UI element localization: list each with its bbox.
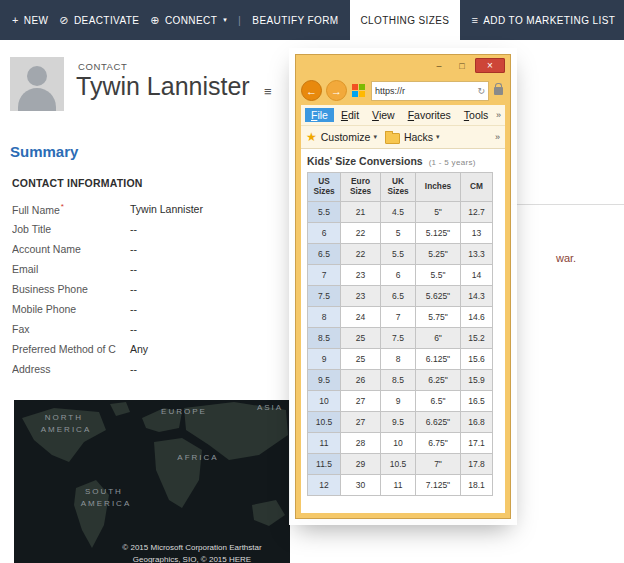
notes-text-fragment: war. [556,252,576,264]
menu-file[interactable]: File [305,108,334,122]
table-cell: 5.75" [416,307,461,328]
back-button[interactable]: ← [301,80,322,101]
field-row: Email-- [12,259,298,279]
field-label: Preferred Method of C [12,343,130,355]
page-title: Tywin Lannister [76,72,250,101]
command-beautify-form[interactable]: BEAUTIFY FORM [252,0,338,40]
table-cell: 27 [341,412,381,433]
table-cell: 12 [308,475,341,496]
address-bar[interactable]: https://r ↻ [371,81,489,101]
table-cell: 11 [308,433,341,454]
table-cell: 11 [381,475,416,496]
table-cell: 8 [381,349,416,370]
record-type-label: CONTACT [78,61,127,72]
field-label: Email [12,263,130,275]
table-cell: 8.5 [381,370,416,391]
list-icon: ≡ [471,14,478,26]
field-label: Mobile Phone [12,303,130,315]
field-value[interactable]: -- [130,283,137,295]
avatar-person-icon [27,66,47,86]
table-cell: 6.25" [416,370,461,391]
field-value[interactable]: -- [130,363,137,375]
favorite-customize[interactable]: Customize ▾ [321,131,377,143]
table-cell: 7 [381,307,416,328]
table-row: 82475.75"14.6 [308,307,493,328]
map-copyright: Geographics, SIO, © 2015 HERE [133,555,251,563]
table-row: 6.5225.55.25"13.3 [308,244,493,265]
field-value[interactable]: -- [130,243,137,255]
maximize-button[interactable]: □ [452,59,472,73]
table-cell: 9 [381,391,416,412]
command-clothing-sizes[interactable]: CLOTHING SIZES [350,0,461,40]
favorites-star-icon[interactable]: ★ [306,130,317,144]
command-connect[interactable]: ⊕CONNECT▾ [150,0,227,40]
table-cell: 7" [416,454,461,475]
close-button[interactable]: × [475,58,505,73]
table-row: 7.5236.55.625"14.3 [308,286,493,307]
table-row: 72365.5"14 [308,265,493,286]
command-new[interactable]: +NEW [12,0,48,40]
command-label: CONNECT [165,15,217,26]
refresh-icon[interactable]: ↻ [477,86,485,96]
table-title: Kids' Size Conversions (1 - 5 years) [307,155,501,167]
table-cell: 6 [308,223,341,244]
table-cell: 5.625" [416,286,461,307]
field-row: Mobile Phone-- [12,299,298,319]
table-cell: 5.5 [308,202,341,223]
connect-icon: ⊕ [150,14,160,27]
table-cell: 26 [341,370,381,391]
table-cell: 5.5 [381,244,416,265]
chevron-down-icon[interactable]: ▾ [223,16,227,24]
menu-view[interactable]: View [366,108,401,122]
table-cell: 5 [381,223,416,244]
command-add-to-marketing-list[interactable]: ≡ADD TO MARKETING LIST [471,0,615,40]
command-deactivate[interactable]: ⊘DEACTIVATE [59,0,139,40]
forward-button[interactable]: → [326,80,347,101]
menu-overflow-chevron-icon[interactable]: » [496,110,501,120]
menu-edit[interactable]: Edit [335,108,365,122]
avatar[interactable] [10,57,64,111]
favorite-hacks[interactable]: Hacks ▾ [404,131,440,143]
favorite-label: Customize [321,131,371,143]
table-cell: 6.75" [416,433,461,454]
table-cell: 17.8 [461,454,493,475]
table-row: 1128106.75"17.1 [308,433,493,454]
window-titlebar[interactable]: – □ × [301,55,505,76]
menu-favorites[interactable]: Favorites [402,108,457,122]
minimize-button[interactable]: – [429,59,449,73]
menu-tools[interactable]: Tools [458,108,495,122]
field-value[interactable]: -- [130,303,137,315]
field-value[interactable]: -- [130,323,137,335]
table-row: 11.52910.57"17.8 [308,454,493,475]
command-label: NEW [24,15,49,26]
field-label: Fax [12,323,130,335]
table-cell: 6.125" [416,349,461,370]
table-row: 10.5279.56.625"16.8 [308,412,493,433]
form-selector-icon[interactable]: ≡ [264,84,272,99]
command-label: DEACTIVATE [74,15,139,26]
field-value[interactable]: -- [130,223,137,235]
table-cell: 15.9 [461,370,493,391]
favorites-overflow-chevron-icon[interactable]: » [495,132,500,142]
table-cell: 7.5 [308,286,341,307]
table-cell: 10.5 [381,454,416,475]
column-header: Inches [416,173,461,202]
windows-logo-quadrant [359,91,365,97]
table-cell: 13.3 [461,244,493,265]
table-cell: 14 [461,265,493,286]
table-cell: 6 [381,265,416,286]
favorite-label: Hacks [404,131,433,143]
bing-map[interactable]: NORTH AMERICA EUROPE ASIA AFRICA SOUTH A… [14,400,290,563]
table-cell: 14.3 [461,286,493,307]
field-label: Account Name [12,243,130,255]
field-value[interactable]: Tywin Lannister [130,203,203,215]
size-table-head-row: US SizesEuro SizesUK SizesInchesCM [308,173,493,202]
table-cell: 7.5 [381,328,416,349]
field-value[interactable]: -- [130,263,137,275]
table-cell: 6.5 [308,244,341,265]
plus-icon: + [12,14,19,26]
contact-information-heading: CONTACT INFORMATION [12,177,143,189]
crm-contact-page: +NEW⊘DEACTIVATE⊕CONNECT▾|BEAUTIFY FORMCL… [0,0,624,563]
field-value[interactable]: Any [130,343,148,355]
lock-icon [494,87,503,95]
